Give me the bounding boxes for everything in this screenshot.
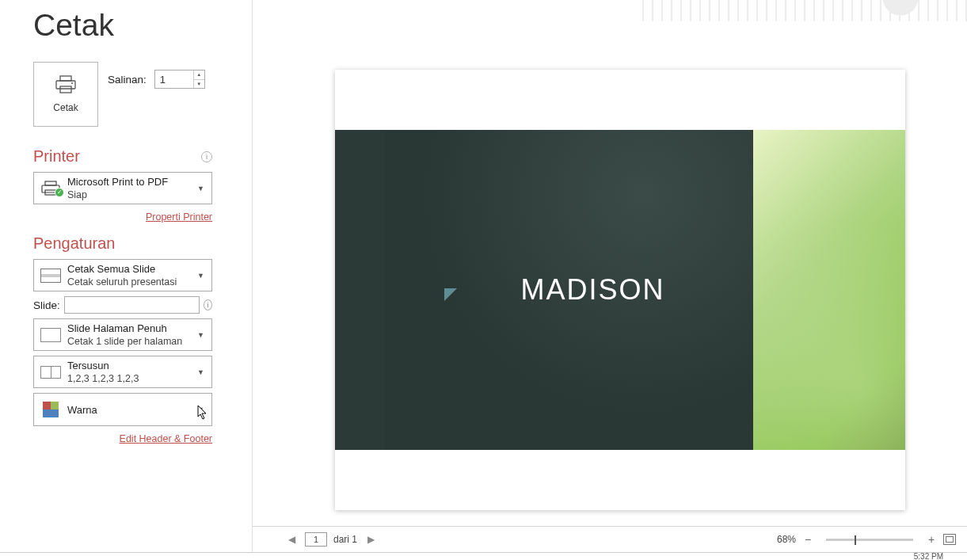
svg-point-3 bbox=[71, 82, 73, 84]
slide-range-label: Slide: bbox=[33, 299, 60, 311]
print-range-line2: Cetak seluruh presentasi bbox=[67, 276, 197, 288]
color-dropdown[interactable]: Warna ▼ bbox=[33, 393, 212, 426]
print-preview-panel: MADISON ◀ 1 dari 1 ▶ 68% − + bbox=[252, 0, 967, 552]
print-backstage-panel: Cetak Cetak Salinan: 1 bbox=[0, 0, 252, 552]
layout-line1: Slide Halaman Penuh bbox=[67, 322, 197, 334]
current-page-input[interactable]: 1 bbox=[305, 532, 327, 547]
slide-range-input[interactable] bbox=[64, 296, 200, 314]
printer-heading: Printer bbox=[33, 147, 80, 166]
chevron-down-icon: ▼ bbox=[197, 368, 211, 376]
chevron-down-icon: ▼ bbox=[197, 272, 211, 280]
collate-icon bbox=[40, 366, 61, 379]
zoom-percent-label: 68% bbox=[777, 534, 796, 545]
slide-title-text: MADISON bbox=[520, 273, 664, 307]
zoom-out-button[interactable]: − bbox=[802, 533, 813, 546]
page-title: Cetak bbox=[33, 8, 252, 43]
page-count-text: dari 1 bbox=[333, 534, 357, 545]
copies-value[interactable]: 1 bbox=[155, 74, 193, 86]
copies-spin-up[interactable]: ▲ bbox=[194, 70, 204, 80]
copies-input[interactable]: 1 ▲ ▼ bbox=[154, 70, 205, 89]
printer-ready-check-icon: ✓ bbox=[55, 188, 64, 197]
prev-page-button[interactable]: ◀ bbox=[284, 534, 299, 545]
layout-line2: Cetak 1 slide per halaman bbox=[67, 336, 197, 347]
system-taskbar: 5:32 PM bbox=[0, 552, 967, 560]
slide-range-info-icon[interactable]: i bbox=[204, 299, 212, 310]
svg-rect-0 bbox=[60, 76, 71, 81]
print-range-dropdown[interactable]: Cetak Semua Slide Cetak seluruh presenta… bbox=[33, 259, 212, 291]
zoom-slider[interactable] bbox=[826, 539, 913, 541]
next-page-button[interactable]: ▶ bbox=[364, 534, 378, 545]
chevron-down-icon: ▼ bbox=[197, 331, 211, 339]
copies-spin-down[interactable]: ▼ bbox=[194, 80, 204, 89]
printer-status: Siap bbox=[67, 189, 197, 200]
printer-properties-link[interactable]: Properti Printer bbox=[146, 211, 212, 223]
layout-dropdown[interactable]: Slide Halaman Penuh Cetak 1 slide per ha… bbox=[33, 318, 212, 351]
slide-triangle-decoration bbox=[444, 288, 457, 301]
clock-time: 5:32 PM bbox=[914, 552, 943, 560]
copies-label: Salinan: bbox=[108, 74, 147, 86]
zoom-in-button[interactable]: + bbox=[926, 533, 937, 546]
chevron-down-icon: ▼ bbox=[197, 185, 211, 192]
print-button-label: Cetak bbox=[53, 102, 78, 113]
collation-line1: Tersusun bbox=[67, 360, 197, 371]
printer-info-icon[interactable]: i bbox=[201, 151, 212, 162]
slide-main-area: MADISON bbox=[385, 130, 753, 450]
print-button[interactable]: Cetak bbox=[33, 62, 98, 127]
zoom-slider-thumb[interactable] bbox=[855, 535, 856, 545]
printer-icon bbox=[55, 75, 77, 94]
settings-heading: Pengaturan bbox=[33, 234, 115, 253]
color-line1: Warna bbox=[67, 404, 197, 416]
slide-layout-icon bbox=[40, 328, 61, 342]
preview-status-bar: ◀ 1 dari 1 ▶ 68% − + bbox=[253, 526, 967, 552]
color-swatch-icon bbox=[43, 402, 59, 417]
svg-rect-2 bbox=[60, 86, 71, 93]
slide-preview: MADISON bbox=[335, 70, 905, 510]
edit-header-footer-link[interactable]: Edit Header & Footer bbox=[120, 433, 212, 444]
chevron-down-icon: ▼ bbox=[197, 406, 211, 413]
fit-to-window-button[interactable] bbox=[943, 534, 956, 545]
slide-left-strip bbox=[335, 130, 385, 450]
slide-accent-panel bbox=[753, 130, 905, 450]
collation-dropdown[interactable]: Tersusun 1,2,3 1,2,3 1,2,3 ▼ bbox=[33, 356, 212, 388]
slides-stack-icon bbox=[40, 269, 61, 283]
collation-line2: 1,2,3 1,2,3 1,2,3 bbox=[67, 373, 197, 384]
svg-rect-4 bbox=[45, 181, 56, 185]
print-range-line1: Cetak Semua Slide bbox=[67, 263, 197, 275]
printer-select-dropdown[interactable]: ✓ Microsoft Print to PDF Siap ▼ bbox=[33, 172, 212, 204]
svg-rect-1 bbox=[56, 81, 75, 89]
printer-name: Microsoft Print to PDF bbox=[67, 176, 197, 188]
